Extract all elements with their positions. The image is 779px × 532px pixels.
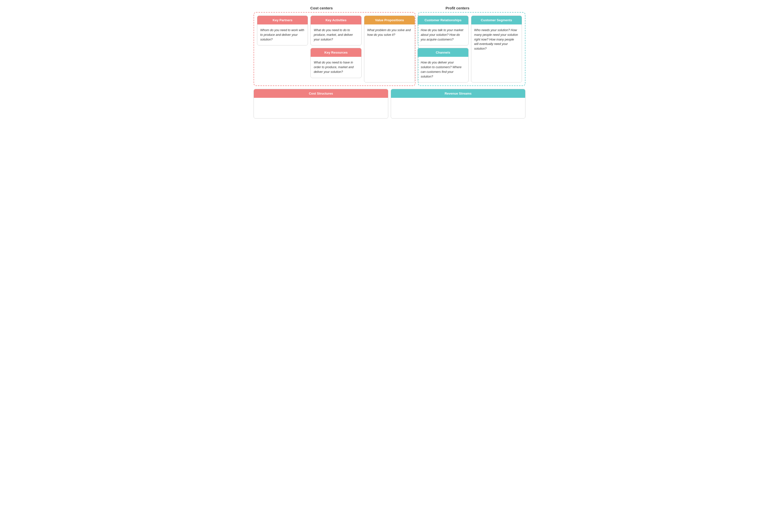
customer-relationships-body: How do you talk to your market about you… — [418, 24, 468, 45]
revenue-streams-card: Revenue Streams — [391, 89, 526, 119]
key-activities-card: Key Activities What do you need to do to… — [310, 15, 361, 46]
cost-structures-body — [254, 98, 388, 118]
col-activities-resources: Key Activities What do you need to do to… — [310, 15, 361, 82]
customer-relationships-card: Customer Relationships How do you talk t… — [417, 15, 468, 46]
key-resources-header: Key Resources — [311, 48, 361, 57]
channels-header: Channels — [418, 48, 468, 57]
channels-body: How do you deliver your solution to cust… — [418, 57, 468, 82]
col-value-propositions: Value Propositions What problem do you s… — [364, 15, 415, 82]
cost-centers-label: Cost centers — [253, 6, 390, 10]
key-activities-body: What do you need to do to produce, marke… — [311, 24, 361, 45]
value-propositions-body: What problem do you solve and how do you… — [364, 24, 415, 82]
key-partners-header: Key Partners — [257, 16, 308, 24]
channels-card: Channels How do you deliver your solutio… — [417, 48, 468, 82]
cost-structures-header: Cost Structures — [254, 89, 388, 98]
customer-segments-header: Customer Segments — [471, 16, 522, 24]
section-labels: Cost centers Profit centers — [253, 6, 526, 10]
canvas-main: Key Partners Whom do you need to work wi… — [253, 12, 526, 119]
customer-relationships-header: Customer Relationships — [418, 16, 468, 24]
bottom-section: Cost Structures Revenue Streams — [253, 89, 526, 119]
customer-segments-body: Who needs your solution? How many people… — [471, 24, 522, 82]
col-customer-relationships-channels: Customer Relationships How do you talk t… — [417, 15, 468, 82]
revenue-streams-body — [391, 98, 525, 118]
profit-centers-label: Profit centers — [390, 6, 526, 10]
col-key-partners: Key Partners Whom do you need to work wi… — [257, 15, 308, 82]
key-resources-body: What do you need to have in order to pro… — [311, 57, 361, 77]
col-revenue-streams: Revenue Streams — [391, 89, 526, 119]
customer-segments-card: Customer Segments Who needs your solutio… — [471, 15, 522, 82]
key-activities-header: Key Activities — [311, 16, 361, 24]
col-cost-structures: Cost Structures — [253, 89, 388, 119]
col-customer-segments: Customer Segments Who needs your solutio… — [471, 15, 522, 82]
value-propositions-card: Value Propositions What problem do you s… — [364, 15, 415, 82]
key-partners-card: Key Partners Whom do you need to work wi… — [257, 15, 308, 46]
value-propositions-header: Value Propositions — [364, 16, 415, 24]
key-resources-card: Key Resources What do you need to have i… — [310, 48, 361, 78]
top-section: Key Partners Whom do you need to work wi… — [253, 12, 526, 86]
key-partners-body: Whom do you need to work with to produce… — [257, 24, 308, 45]
cost-structures-card: Cost Structures — [253, 89, 388, 119]
revenue-streams-header: Revenue Streams — [391, 89, 525, 98]
lean-canvas: Cost centers Profit centers Key Partners… — [253, 6, 526, 119]
